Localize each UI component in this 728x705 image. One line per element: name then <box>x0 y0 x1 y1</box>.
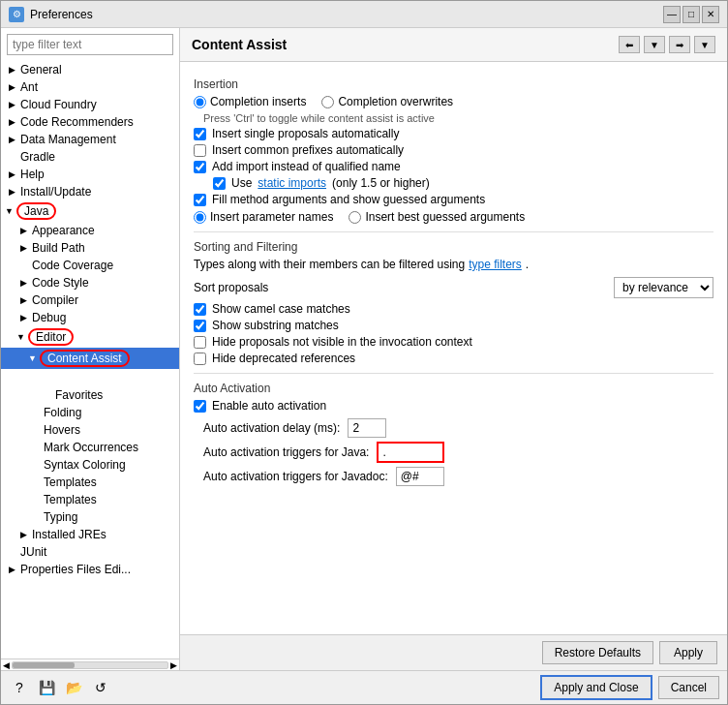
sidebar-item-install-update[interactable]: ▶ Install/Update <box>1 183 179 200</box>
sort-proposals-select[interactable]: by relevance alphabetically <box>614 277 713 298</box>
completion-overwrites-radio[interactable] <box>321 96 334 108</box>
sidebar-item-installed-jres[interactable]: ▶ Installed JREs <box>1 526 179 543</box>
sidebar-item-label: Code Recommenders <box>20 115 134 129</box>
sidebar-item-code-recommenders[interactable]: ▶ Code Recommenders <box>1 113 179 131</box>
sidebar-item-appearance[interactable]: ▶ Appearance <box>1 222 179 239</box>
hide-not-visible-checkbox[interactable] <box>194 336 206 349</box>
forward-dropdown-button[interactable]: ▼ <box>694 36 715 53</box>
scrollbar-thumb[interactable] <box>13 662 75 668</box>
hide-deprecated-checkbox[interactable] <box>194 352 206 365</box>
insert-param-option[interactable]: Insert parameter names <box>194 210 333 224</box>
sidebar-item-content-assist[interactable]: ▼ Content Assist <box>1 348 179 369</box>
insert-common-row: Insert common prefixes automatically <box>194 143 713 157</box>
sidebar-scrollbar[interactable]: ◀ ▶ <box>1 659 179 670</box>
hide-deprecated-label: Hide deprecated references <box>212 352 355 365</box>
open-icon[interactable]: 📂 <box>63 677 84 698</box>
sidebar-item-gradle[interactable]: Gradle <box>1 148 179 166</box>
back-button[interactable]: ⬅ <box>619 36 640 53</box>
apply-and-close-button[interactable]: Apply and Close <box>540 675 652 700</box>
filter-input[interactable] <box>7 34 173 55</box>
java-triggers-row: Auto activation triggers for Java: <box>203 442 713 463</box>
sidebar-item-code-coverage[interactable]: Code Coverage <box>1 257 179 274</box>
scroll-right-btn[interactable]: ▶ <box>170 660 177 670</box>
javadoc-triggers-label: Auto activation triggers for Javadoc: <box>203 470 388 483</box>
bottom-bar: ? 💾 📂 ↺ Apply and Close Cancel <box>1 670 727 704</box>
sidebar-item-advanced[interactable]: Advanced <box>1 369 179 386</box>
sidebar-item-label: Advanced <box>55 371 106 384</box>
arrow-icon: ▶ <box>20 278 32 288</box>
static-imports-link[interactable]: static imports <box>258 176 326 190</box>
sidebar-item-favorites[interactable]: Favorites <box>1 386 179 404</box>
fill-method-checkbox[interactable] <box>194 194 206 206</box>
insert-best-label: Insert best guessed arguments <box>365 210 525 224</box>
minimize-button[interactable]: — <box>663 6 681 23</box>
sidebar-item-compiler[interactable]: ▶ Compiler <box>1 291 179 309</box>
sidebar-item-build-path[interactable]: ▶ Build Path <box>1 239 179 257</box>
sidebar-item-properties-files-editor[interactable]: ▶ Properties Files Edi... <box>1 561 179 578</box>
restore-defaults-button[interactable]: Restore Defaults <box>542 641 653 664</box>
arrow-icon: ▶ <box>9 187 20 197</box>
sidebar-item-debug[interactable]: ▶ Debug <box>1 309 179 326</box>
completion-overwrites-option[interactable]: Completion overwrites <box>321 95 453 108</box>
java-triggers-label: Auto activation triggers for Java: <box>203 445 369 459</box>
add-import-row: Add import instead of qualified name <box>194 160 713 173</box>
nav-dropdown-button[interactable]: ▼ <box>644 36 665 53</box>
sidebar-item-cloud-foundry[interactable]: ▶ Cloud Foundry <box>1 96 179 113</box>
window-title: Preferences <box>30 8 663 21</box>
sidebar-item-label: Templates <box>44 493 97 506</box>
insert-single-checkbox[interactable] <box>194 128 206 140</box>
insertion-section-title: Insertion <box>194 77 713 91</box>
sidebar-item-save-actions[interactable]: Syntax Coloring <box>1 456 179 474</box>
sidebar-item-editor[interactable]: ▼ Editor <box>1 326 179 348</box>
hide-deprecated-row: Hide deprecated references <box>194 352 713 365</box>
type-filters-link[interactable]: type filters <box>469 258 522 271</box>
sidebar-item-label: Install/Update <box>20 185 91 199</box>
completion-inserts-radio[interactable] <box>194 96 206 108</box>
sidebar-item-label: Editor <box>28 328 74 346</box>
show-camel-checkbox[interactable] <box>194 303 206 316</box>
java-triggers-input[interactable] <box>377 442 444 463</box>
sidebar-item-junit[interactable]: JUnit <box>1 543 179 561</box>
forward-button[interactable]: ➡ <box>669 36 690 53</box>
refresh-icon[interactable]: ↺ <box>90 677 111 698</box>
sidebar-item-templates[interactable]: Templates <box>1 491 179 508</box>
insert-best-option[interactable]: Insert best guessed arguments <box>349 210 525 224</box>
save-icon[interactable]: 💾 <box>36 677 57 698</box>
show-camel-row: Show camel case matches <box>194 302 713 316</box>
apply-button[interactable]: Apply <box>659 641 717 664</box>
javadoc-triggers-input[interactable] <box>396 467 444 486</box>
sidebar-item-typing[interactable]: Typing <box>1 508 179 526</box>
cancel-button[interactable]: Cancel <box>658 676 719 699</box>
insert-best-radio[interactable] <box>349 211 361 224</box>
use-static-imports-checkbox[interactable] <box>213 177 226 190</box>
sidebar-item-label: Mark Occurrences <box>44 441 138 454</box>
sidebar-item-general[interactable]: ▶ General <box>1 61 179 78</box>
expand-arrow-icon: ▼ <box>28 353 40 363</box>
bottom-icons: ? 💾 📂 ↺ <box>9 677 111 698</box>
sidebar-item-syntax-coloring[interactable]: Templates <box>1 474 179 491</box>
maximize-button[interactable]: □ <box>682 6 700 23</box>
show-substring-checkbox[interactable] <box>194 320 206 332</box>
sidebar-item-java[interactable]: ▼ Java <box>1 200 179 222</box>
arrow-icon: ▶ <box>9 100 20 109</box>
scroll-left-btn[interactable]: ◀ <box>3 660 10 670</box>
close-button[interactable]: ✕ <box>702 6 719 23</box>
enable-auto-checkbox[interactable] <box>194 400 206 413</box>
add-import-checkbox[interactable] <box>194 161 206 173</box>
sidebar-item-folding[interactable]: Folding <box>1 404 179 421</box>
sidebar-item-data-management[interactable]: ▶ Data Management <box>1 131 179 148</box>
delay-input[interactable] <box>348 418 386 438</box>
completion-inserts-option[interactable]: Completion inserts <box>194 95 306 108</box>
sidebar-item-ant[interactable]: ▶ Ant <box>1 78 179 96</box>
hide-not-visible-label: Hide proposals not visible in the invoca… <box>212 335 472 349</box>
window-icon: ⚙ <box>9 7 24 22</box>
sidebar-item-label: Templates <box>44 475 97 489</box>
sidebar-item-label: Typing <box>44 510 77 524</box>
sidebar-item-hovers[interactable]: Hovers <box>1 421 179 439</box>
sidebar-item-mark-occurrences[interactable]: Mark Occurrences <box>1 439 179 456</box>
sidebar-item-code-style[interactable]: ▶ Code Style <box>1 274 179 291</box>
insert-common-checkbox[interactable] <box>194 144 206 157</box>
sidebar-item-help[interactable]: ▶ Help <box>1 166 179 183</box>
help-icon[interactable]: ? <box>9 677 30 698</box>
insert-param-radio[interactable] <box>194 211 206 224</box>
